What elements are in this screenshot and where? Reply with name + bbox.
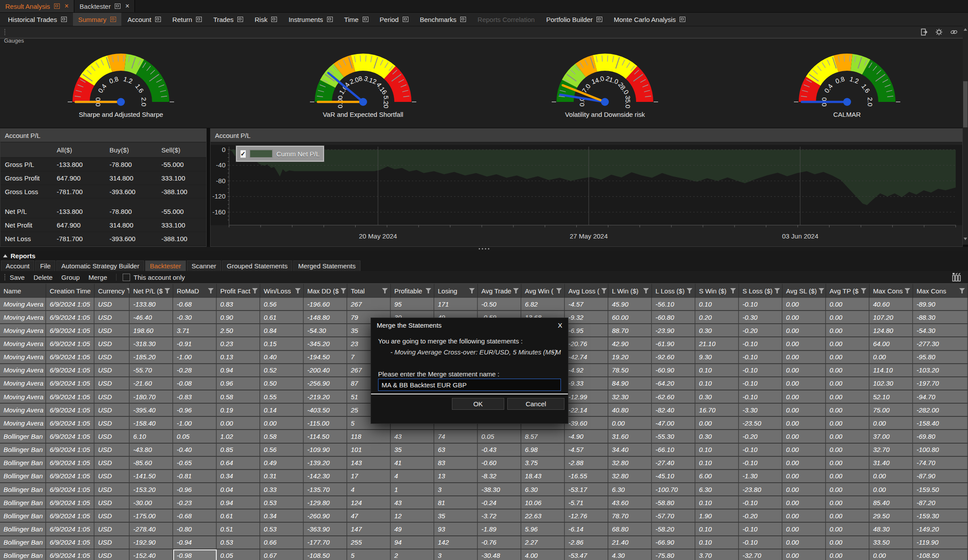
table-cell[interactable]: USD [95,536,130,549]
table-cell[interactable]: 0.51 [217,523,260,535]
horizontal-splitter[interactable] [0,247,968,251]
table-cell[interactable]: -4.57 [565,444,608,456]
popout-icon[interactable] [196,17,202,22]
table-cell[interactable]: -58.80 [652,496,695,509]
column-header-s-win-16[interactable]: S Win ($) [695,284,739,298]
table-cell[interactable]: USD [95,483,130,495]
filter-funnel-icon[interactable] [819,288,824,293]
table-cell[interactable]: -23.90 [652,324,695,336]
ribbon-tab-return[interactable]: Return [167,13,207,26]
table-cell[interactable]: USD [95,364,130,376]
filter-funnel-icon[interactable] [341,288,346,293]
table-cell[interactable]: -0.60 [478,457,521,469]
table-cell[interactable]: 0.00 [782,337,826,350]
table-cell[interactable]: -42.74 [565,351,608,363]
table-cell[interactable]: -135.70 [304,483,347,495]
table-cell[interactable]: 0.00 [870,483,913,495]
column-header-name-0[interactable]: Name [0,284,46,298]
column-header-max-cons-20[interactable]: Max Cons [870,284,913,298]
table-cell[interactable]: Moving Avera [0,324,46,336]
table-cell[interactable]: 0.53 [260,496,304,509]
table-cell[interactable]: -3.30 [739,404,782,416]
reports-tab-scanner[interactable]: Scanner [187,260,221,271]
table-cell[interactable]: 114.10 [870,364,913,376]
table-cell[interactable]: Moving Avera [0,404,46,416]
table-cell[interactable]: -55.70 [130,364,173,376]
table-cell[interactable]: 171 [434,298,478,310]
table-cell[interactable]: 40.80 [608,404,652,416]
table-cell[interactable]: USD [95,377,130,390]
table-cell[interactable]: -0.24 [478,496,521,509]
table-cell[interactable]: -177.70 [304,536,347,549]
table-cell[interactable]: 0.61 [217,509,260,522]
table-cell[interactable]: 12 [391,509,434,522]
reports-tab-merged-statements[interactable]: Merged Statements [293,260,360,271]
table-cell[interactable]: 0.04 [217,483,260,495]
table-cell[interactable]: -23.50 [739,417,782,429]
table-cell[interactable]: 83 [434,457,478,469]
table-cell[interactable]: -53.17 [565,483,608,495]
table-cell[interactable]: 0.00 [782,377,826,390]
popout-icon[interactable] [327,17,333,22]
table-cell[interactable]: -197.70 [913,377,968,390]
column-header-profitable-9[interactable]: Profitable [391,284,434,298]
filter-funnel-icon[interactable] [513,288,519,293]
table-cell[interactable]: 0.83 [217,298,260,310]
table-cell[interactable]: 107.20 [870,311,913,323]
table-cell[interactable]: 0.00 [782,483,826,495]
column-header-romad-4[interactable]: RoMaD [173,284,217,298]
table-cell[interactable]: 0.05 [478,430,521,442]
table-cell[interactable]: 2.50 [217,324,260,336]
table-cell[interactable]: -43.80 [130,444,173,456]
table-cell[interactable]: Moving Avera [0,390,46,403]
table-cell[interactable]: 6/9/2024 1:05 [46,523,95,535]
table-cell[interactable]: 0.00 [870,549,913,560]
export-report-icon[interactable] [920,28,928,36]
table-cell[interactable]: USD [95,298,130,310]
table-cell[interactable]: 147 [347,523,391,535]
table-cell[interactable]: 0.00 [695,417,739,429]
table-cell[interactable]: -12.76 [565,509,608,522]
reports-tab-backtester[interactable]: Backtester [145,260,186,271]
vertical-scrollbar[interactable] [963,25,968,245]
table-cell[interactable]: 0.00 [782,430,826,442]
table-cell[interactable]: -0.91 [173,337,217,350]
table-cell[interactable]: 5 [347,549,391,560]
table-cell[interactable]: 0.30 [695,430,739,442]
table-cell[interactable]: -56.10 [652,298,695,310]
dialog-close-icon[interactable]: X [558,322,562,329]
popout-icon[interactable] [363,17,368,22]
table-cell[interactable]: 42.90 [608,337,652,350]
table-cell[interactable]: USD [95,404,130,416]
table-cell[interactable]: 0.00 [826,430,870,442]
table-cell[interactable]: -1.30 [739,470,782,482]
table-cell[interactable]: USD [95,509,130,522]
table-cell[interactable]: 4 [347,483,391,495]
table-row[interactable]: Bollinger Ban6/9/2024 1:05USD-30.00-0.23… [0,496,968,509]
table-cell[interactable]: 0.50 [260,377,304,390]
save-button[interactable]: Save [10,274,25,281]
table-cell[interactable]: -2.88 [565,457,608,469]
table-cell[interactable]: -345.20 [304,337,347,350]
table-cell[interactable]: 6.82 [521,298,565,310]
table-cell[interactable]: 0.10 [695,444,739,456]
table-cell[interactable]: -39.60 [565,417,608,429]
table-cell[interactable]: 19.20 [608,351,652,363]
popout-icon[interactable] [460,17,466,22]
table-cell[interactable]: -0.10 [739,364,782,376]
table-cell[interactable]: -192.90 [130,536,173,549]
reports-tab-automatic-strategy-builder[interactable]: Automatic Strategy Builder [56,260,144,271]
table-cell[interactable]: -0.10 [739,377,782,390]
table-cell[interactable]: -0.20 [739,509,782,522]
table-cell[interactable]: 74 [434,430,478,442]
table-cell[interactable]: -363.90 [304,523,347,535]
table-cell[interactable]: 49 [391,523,434,535]
table-cell[interactable]: -23.80 [739,483,782,495]
table-cell[interactable]: -66.90 [652,536,695,549]
table-cell[interactable]: -153.20 [130,483,173,495]
column-header-currency-2[interactable]: Currency [95,284,130,298]
table-cell[interactable]: -54.30 [304,324,347,336]
table-cell[interactable]: 6/9/2024 1:05 [46,337,95,350]
table-cell[interactable]: 142 [434,536,478,549]
table-cell[interactable]: -119.90 [913,536,968,549]
